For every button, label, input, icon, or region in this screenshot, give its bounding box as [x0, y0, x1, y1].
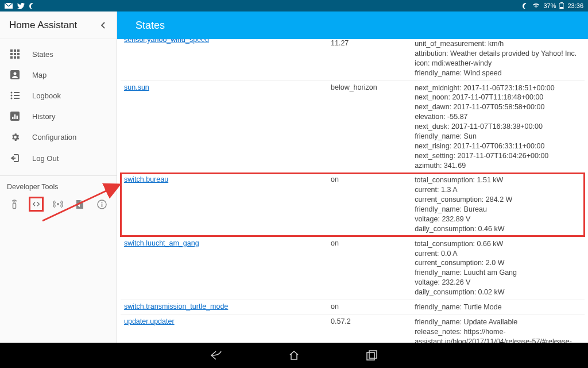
sidebar-item-logbook[interactable]: Logbook — [0, 85, 117, 106]
account-box-icon — [9, 70, 21, 79]
svg-point-26 — [57, 203, 59, 205]
moon-icon — [523, 3, 529, 9]
radio-tower-icon[interactable] — [51, 197, 65, 212]
sidebar: Home Assistant States Map Logbook Histor… — [0, 12, 117, 343]
table-row: switch.luucht_am_gangontotal_consumption… — [121, 236, 585, 300]
entity-link[interactable]: sensor.yahoo_wind_speed — [124, 39, 209, 44]
sidebar-item-label: Logbook — [32, 91, 61, 100]
sidebar-item-label: Log Out — [32, 154, 59, 163]
mail-icon — [5, 3, 13, 9]
states-table[interactable]: sensor.yahoo_wind_speed11.27unit_of_meas… — [117, 39, 588, 343]
android-status-bar: 37% 23:36 — [0, 0, 588, 12]
svg-rect-31 — [367, 352, 374, 360]
sidebar-item-states[interactable]: States — [0, 44, 117, 64]
sidebar-item-label: Configuration — [32, 133, 76, 141]
twitter-icon — [17, 3, 25, 9]
list-icon — [9, 91, 21, 100]
entity-link[interactable]: switch.bureau — [124, 175, 168, 183]
logout-icon — [9, 154, 21, 163]
attributes-cell: friendly_name: Turtle Mode — [411, 300, 585, 315]
sidebar-title: Home Assistant — [9, 20, 77, 31]
state-value: on — [327, 236, 411, 300]
battery-icon — [559, 2, 564, 9]
table-row: switch.transmission_turtle_modeonfriendl… — [121, 300, 585, 315]
info-icon[interactable] — [94, 197, 109, 212]
svg-rect-23 — [14, 114, 16, 119]
recent-icon[interactable] — [365, 348, 380, 363]
attributes-cell: next_midnight: 2017-11-06T23:18:51+00:00… — [411, 80, 585, 173]
gear-icon — [9, 132, 21, 142]
file-icon[interactable] — [72, 197, 87, 212]
sidebar-item-logout[interactable]: Log Out — [0, 148, 117, 168]
svg-point-19 — [11, 98, 13, 99]
state-value: 0.57.2 — [327, 315, 411, 343]
svg-rect-16 — [14, 92, 20, 93]
page-title: States — [117, 12, 588, 39]
sidebar-item-history[interactable]: History — [0, 106, 117, 126]
svg-rect-4 — [10, 49, 13, 52]
svg-rect-18 — [14, 95, 20, 96]
grid-icon — [9, 49, 21, 59]
clock: 23:36 — [567, 2, 583, 9]
svg-point-15 — [11, 92, 13, 94]
table-row: sun.sunbelow_horizonnext_midnight: 2017-… — [121, 80, 585, 173]
svg-point-17 — [11, 95, 13, 97]
entity-link[interactable]: updater.updater — [124, 317, 175, 325]
svg-point-28 — [101, 202, 102, 203]
svg-rect-22 — [12, 117, 14, 119]
attributes-cell: friendly_name: Update Availablerelease_n… — [411, 315, 585, 343]
table-row: sensor.yahoo_wind_speed11.27unit_of_meas… — [121, 39, 585, 80]
svg-rect-29 — [101, 204, 102, 207]
state-value: on — [327, 173, 411, 236]
svg-rect-7 — [10, 53, 13, 55]
svg-rect-20 — [14, 98, 20, 99]
wifi-icon — [532, 3, 540, 9]
svg-rect-24 — [17, 116, 18, 119]
entity-link[interactable]: switch.luucht_am_gang — [124, 239, 199, 247]
svg-rect-5 — [14, 49, 16, 52]
svg-rect-10 — [10, 56, 13, 59]
chevron-left-icon[interactable] — [98, 20, 107, 31]
svg-rect-6 — [17, 49, 20, 52]
sidebar-item-configuration[interactable]: Configuration — [0, 126, 117, 148]
table-row: switch.bureauontotal_consumption: 1.51 k… — [121, 173, 585, 236]
dev-tools-title: Developer Tools — [7, 183, 110, 191]
code-icon[interactable] — [29, 197, 44, 212]
moon-icon — [29, 3, 36, 9]
sidebar-item-label: History — [32, 112, 55, 121]
svg-rect-9 — [17, 53, 20, 55]
chart-icon — [9, 112, 21, 121]
svg-rect-12 — [17, 56, 20, 59]
sidebar-item-label: States — [32, 50, 53, 59]
attributes-cell: total_consumption: 0.66 kWcurrent: 0.0 A… — [411, 236, 585, 300]
battery-pct: 37% — [543, 2, 556, 9]
state-value: below_horizon — [327, 80, 411, 173]
sidebar-item-map[interactable]: Map — [0, 64, 117, 85]
entity-link[interactable]: sun.sun — [124, 83, 149, 91]
sidebar-item-label: Map — [32, 71, 47, 79]
svg-rect-11 — [14, 56, 16, 59]
svg-rect-32 — [369, 351, 377, 358]
svg-point-14 — [14, 72, 17, 75]
attributes-cell: unit_of_measurement: km/hattribution: We… — [411, 39, 585, 80]
entity-link[interactable]: switch.transmission_turtle_mode — [124, 302, 228, 310]
home-icon[interactable] — [287, 348, 301, 363]
back-icon[interactable] — [208, 348, 223, 363]
state-value: 11.27 — [327, 39, 411, 80]
attributes-cell: total_consumption: 1.51 kWcurrent: 1.3 A… — [411, 173, 585, 236]
svg-rect-3 — [560, 7, 563, 9]
remote-icon[interactable] — [7, 197, 22, 212]
state-value: on — [327, 300, 411, 315]
table-row: updater.updater0.57.2friendly_name: Upda… — [121, 315, 585, 343]
svg-rect-25 — [13, 204, 16, 209]
svg-rect-8 — [14, 53, 16, 55]
android-nav-bar — [0, 343, 588, 368]
